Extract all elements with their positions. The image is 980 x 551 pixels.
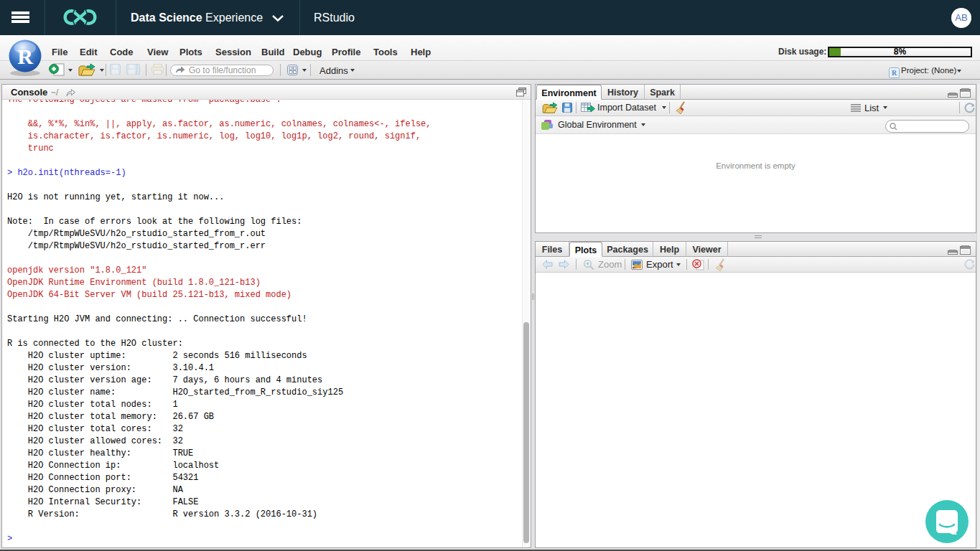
svg-text:R: R [17,44,33,68]
svg-text:R: R [892,69,897,77]
